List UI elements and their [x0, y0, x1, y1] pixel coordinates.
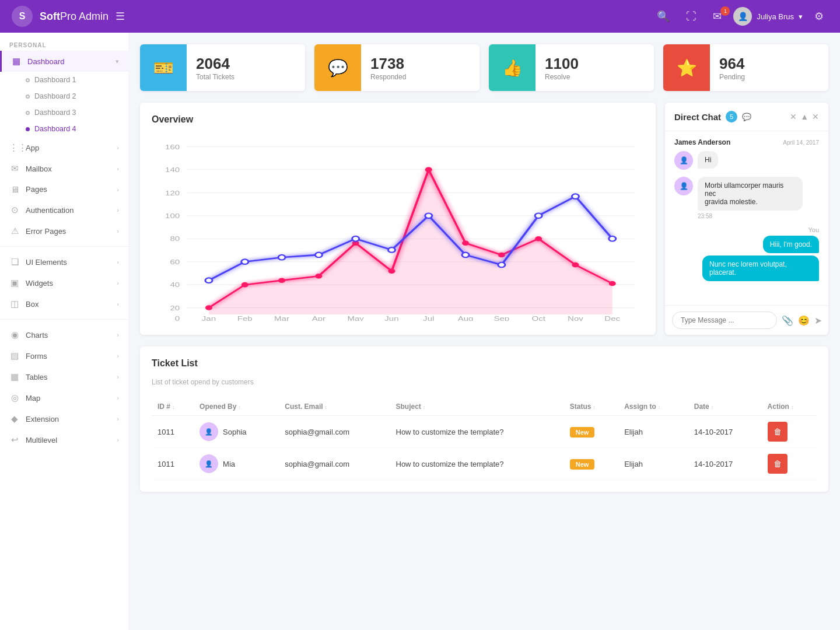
settings-icon[interactable]: ⚙ [814, 10, 824, 23]
sidebar-item-dashboard4[interactable]: Dashboard 4 [26, 121, 128, 137]
overview-card: Overview 160 140 [140, 103, 656, 335]
emoji-icon[interactable]: 😊 [798, 315, 810, 326]
chat-close-x-icon[interactable]: ✕ [790, 112, 797, 121]
responded-content: 1738 Responded [370, 49, 406, 87]
svg-text:Jul: Jul [423, 315, 434, 321]
stat-card-pending: ⭐ 964 Pending [663, 44, 828, 91]
chevron-icon: › [117, 300, 119, 307]
svg-point-47 [425, 213, 432, 218]
svg-point-32 [315, 274, 322, 279]
sidebar-item-dashboard2[interactable]: Dashboard 2 [26, 88, 128, 104]
delete-button[interactable]: 🗑 [768, 454, 788, 474]
chat-bubble-icon: 💬 [742, 113, 751, 121]
chat-msg-row1: 👤 Hi [674, 151, 819, 170]
chevron-icon: › [117, 144, 119, 151]
sidebar-label-forms: Forms [26, 352, 47, 360]
tickets-content: 2064 Total Tickets [196, 49, 235, 87]
chat-bubble-hi: Hi [698, 151, 718, 169]
dot-icon [26, 78, 30, 82]
chevron-icon: › [117, 228, 119, 235]
sort-icon: ↕ [238, 404, 241, 410]
chat-time: 23:58 [698, 213, 803, 219]
chevron-icon: › [117, 165, 119, 172]
th-assign: Assign to↕ [618, 398, 688, 416]
svg-text:0: 0 [175, 315, 180, 321]
dot-icon [26, 111, 30, 115]
sidebar-item-app[interactable]: ⋮⋮ App › [0, 137, 128, 158]
sort-icon: ↕ [423, 404, 426, 410]
chat-bubble-long-wrap: Morbi ullamcorper mauris nec gravida mol… [698, 177, 803, 219]
svg-point-39 [572, 262, 579, 268]
cell-email: sophia@gmail.com [279, 416, 390, 448]
chat-minimize-icon[interactable]: ▲ [800, 112, 808, 121]
label-dashboard1: Dashboard 1 [34, 76, 76, 84]
svg-point-50 [535, 213, 542, 218]
sidebar-item-pages[interactable]: 🖥 Pages › [0, 179, 128, 200]
search-icon[interactable]: 🔍 [657, 10, 670, 23]
sidebar-label-widgets: Widgets [26, 279, 53, 288]
send-icon[interactable]: ➤ [814, 315, 822, 326]
chat-sender-avatar: 👤 [674, 151, 693, 170]
table-row: 1011 👤 Sophia sophia@gmail.com How to cu… [152, 416, 817, 448]
resolve-icon: 👍 [489, 44, 536, 91]
label-dashboard2: Dashboard 2 [34, 92, 76, 100]
sidebar-item-tables[interactable]: ▦ Tables › [0, 366, 128, 387]
svg-point-46 [388, 247, 395, 253]
errorpages-icon: ⚠ [9, 226, 20, 236]
chat-you-label: You [674, 226, 819, 233]
sidebar-item-dashboard1[interactable]: Dashboard 1 [26, 72, 128, 88]
cell-opened-by: 👤 Mia [194, 448, 279, 480]
overview-title: Overview [152, 114, 644, 125]
user-name: Juliya Brus [757, 12, 794, 21]
sidebar-item-multilevel[interactable]: ↩ Multilevel › [0, 429, 128, 450]
sidebar-item-mailbox[interactable]: ✉ Mailbox › [0, 158, 128, 179]
sidebar-label-box: Box [26, 300, 38, 309]
sort-icon: ↕ [658, 404, 661, 410]
user-menu[interactable]: 👤 Juliya Brus ▾ [733, 7, 803, 26]
fullscreen-icon[interactable]: ⛶ [686, 10, 696, 23]
chat-sender-row: James Anderson April 14, 2017 [674, 138, 819, 146]
chat-header: Direct Chat 5 💬 ✕ ▲ ✕ [665, 103, 828, 131]
delete-button[interactable]: 🗑 [768, 422, 788, 442]
cell-subject: How to customize the template? [390, 448, 564, 480]
pending-icon: ⭐ [663, 44, 710, 91]
sidebar-item-authentication[interactable]: ⊙ Authentication › [0, 200, 128, 220]
sidebar-label-mailbox: Mailbox [26, 164, 52, 173]
chat-input[interactable] [672, 312, 777, 329]
chat-fullclose-icon[interactable]: ✕ [812, 112, 819, 121]
label-dashboard3: Dashboard 3 [34, 108, 76, 117]
sidebar-item-map[interactable]: ◎ Map › [0, 387, 128, 408]
chevron-icon: › [117, 436, 119, 443]
attachment-icon[interactable]: 📎 [782, 315, 793, 326]
sidebar-item-box[interactable]: ◫ Box › [0, 293, 128, 314]
th-subject: Sbuject↕ [390, 398, 564, 416]
table-header-row: ID #↕ Opened By↕ Cust. Email↕ Sbuject↕ S… [152, 398, 817, 416]
charts-icon: ◉ [9, 330, 20, 340]
sidebar-item-errorpages[interactable]: ⚠ Error Pages › [0, 220, 128, 242]
sidebar-label-extension: Extension [26, 415, 59, 424]
dot-icon-active [26, 127, 30, 131]
svg-point-31 [278, 278, 285, 283]
svg-point-41 [205, 278, 212, 283]
chevron-icon: › [117, 258, 119, 265]
hamburger-icon[interactable]: ☰ [116, 10, 125, 23]
sidebar-item-dashboard3[interactable]: Dashboard 3 [26, 104, 128, 121]
svg-text:Aug: Aug [458, 315, 474, 321]
cell-assign: Elijah [618, 416, 688, 448]
chevron-down-icon: ▾ [799, 12, 803, 21]
cell-status: New [564, 416, 618, 448]
multilevel-icon: ↩ [9, 435, 20, 445]
sidebar-item-ui[interactable]: ❏ UI Elements › [0, 251, 128, 272]
svg-point-49 [498, 262, 505, 268]
sidebar-item-dashboard[interactable]: ▦ Dashboard ▾ [0, 51, 128, 72]
tickets-icon: 🎫 [140, 44, 187, 91]
svg-point-42 [242, 259, 249, 264]
sidebar-item-widgets[interactable]: ▣ Widgets › [0, 272, 128, 293]
sidebar-section-label: PERSONAL [0, 33, 128, 51]
sidebar-item-forms[interactable]: ▤ Forms › [0, 345, 128, 366]
sidebar-item-extension[interactable]: ◆ Extension › [0, 408, 128, 429]
pending-label: Pending [719, 73, 745, 81]
sidebar-item-charts[interactable]: ◉ Charts › [0, 324, 128, 345]
sidebar-label-multilevel: Multilevel [26, 436, 57, 444]
sidebar-label-pages: Pages [26, 185, 47, 194]
